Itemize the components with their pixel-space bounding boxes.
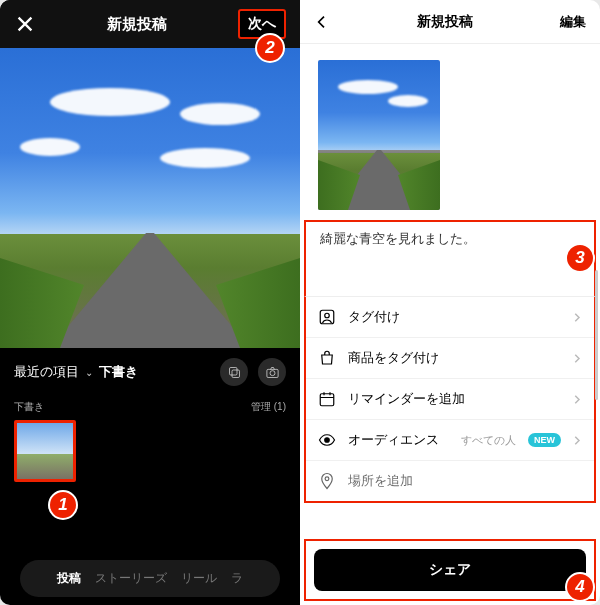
svg-point-7: [325, 438, 330, 443]
album-draft-label: 下書き: [99, 363, 138, 381]
right-header: 新規投稿 編集: [300, 0, 600, 44]
right-title: 新規投稿: [417, 13, 473, 31]
caption-input[interactable]: 綺麗な青空を見れました。: [304, 220, 596, 296]
svg-rect-6: [320, 394, 334, 406]
scroll-indicator: [595, 270, 598, 400]
album-selector-row: 最近の項目 ⌄ 下書き: [0, 348, 300, 396]
draft-thumbnail[interactable]: [14, 420, 76, 482]
album-dropdown[interactable]: 最近の項目 ⌄ 下書き: [14, 363, 138, 381]
chevron-right-icon: [573, 436, 582, 445]
caption-text: 綺麗な青空を見れました。: [320, 231, 476, 246]
left-header: 新規投稿 次へ: [0, 0, 300, 48]
svg-rect-1: [232, 370, 240, 378]
add-location-row[interactable]: 場所を追加: [306, 461, 594, 501]
shopping-bag-icon: [318, 349, 336, 367]
new-badge: NEW: [528, 433, 561, 447]
edit-button[interactable]: 編集: [560, 13, 586, 31]
drafts-header: 下書き 管理 (1): [0, 396, 300, 420]
audience-label: オーディエンス: [348, 431, 449, 449]
chevron-right-icon: [573, 395, 582, 404]
audience-value: すべての人: [461, 433, 516, 448]
chevron-right-icon: [573, 354, 582, 363]
svg-rect-4: [320, 310, 334, 324]
tag-people-row[interactable]: タグ付け: [306, 297, 594, 338]
new-post-select-panel: 新規投稿 次へ 最近の項目 ⌄ 下書き: [0, 0, 300, 605]
tab-stories[interactable]: ストーリーズ: [95, 570, 167, 587]
share-button-container: シェア: [304, 539, 596, 601]
chevron-down-icon: ⌄: [85, 367, 93, 378]
new-post-compose-panel: 新規投稿 編集 綺麗な青空を見れました。 タグ付け: [300, 0, 600, 605]
tag-people-label: タグ付け: [348, 308, 561, 326]
svg-point-8: [325, 477, 329, 481]
left-title: 新規投稿: [107, 15, 167, 34]
tab-post[interactable]: 投稿: [57, 570, 81, 587]
audience-row[interactable]: オーディエンス すべての人 NEW: [306, 420, 594, 461]
album-recent-label: 最近の項目: [14, 363, 79, 381]
multi-select-button[interactable]: [220, 358, 248, 386]
annotation-badge-2: 2: [255, 33, 285, 63]
annotation-badge-4: 4: [565, 572, 595, 602]
drafts-label: 下書き: [14, 400, 44, 414]
add-location-label: 場所を追加: [348, 472, 582, 490]
svg-rect-0: [229, 367, 237, 375]
add-reminder-row[interactable]: リマインダーを追加: [306, 379, 594, 420]
close-icon[interactable]: [14, 13, 36, 35]
tag-products-row[interactable]: 商品をタグ付け: [306, 338, 594, 379]
tag-products-label: 商品をタグ付け: [348, 349, 561, 367]
back-icon[interactable]: [314, 14, 330, 30]
svg-point-5: [325, 313, 330, 318]
camera-button[interactable]: [258, 358, 286, 386]
annotation-badge-3: 3: [565, 243, 595, 273]
drafts-manage[interactable]: 管理 (1): [251, 400, 286, 414]
chevron-right-icon: [573, 313, 582, 322]
selected-photo-preview[interactable]: [0, 48, 300, 348]
svg-point-3: [270, 370, 275, 375]
post-options-list: タグ付け 商品をタグ付け リマインダーを追加 オーディエンス すべての人 NEW: [304, 296, 596, 503]
location-icon: [318, 472, 336, 490]
tab-reels[interactable]: リール: [181, 570, 217, 587]
calendar-icon: [318, 390, 336, 408]
post-preview-thumbnail[interactable]: [318, 60, 440, 210]
tab-live[interactable]: ラ: [231, 570, 243, 587]
annotation-badge-1: 1: [48, 490, 78, 520]
add-reminder-label: リマインダーを追加: [348, 390, 561, 408]
share-button[interactable]: シェア: [314, 549, 586, 591]
person-icon: [318, 308, 336, 326]
eye-icon: [318, 431, 336, 449]
bottom-mode-tabs: 投稿 ストーリーズ リール ラ: [20, 560, 280, 597]
